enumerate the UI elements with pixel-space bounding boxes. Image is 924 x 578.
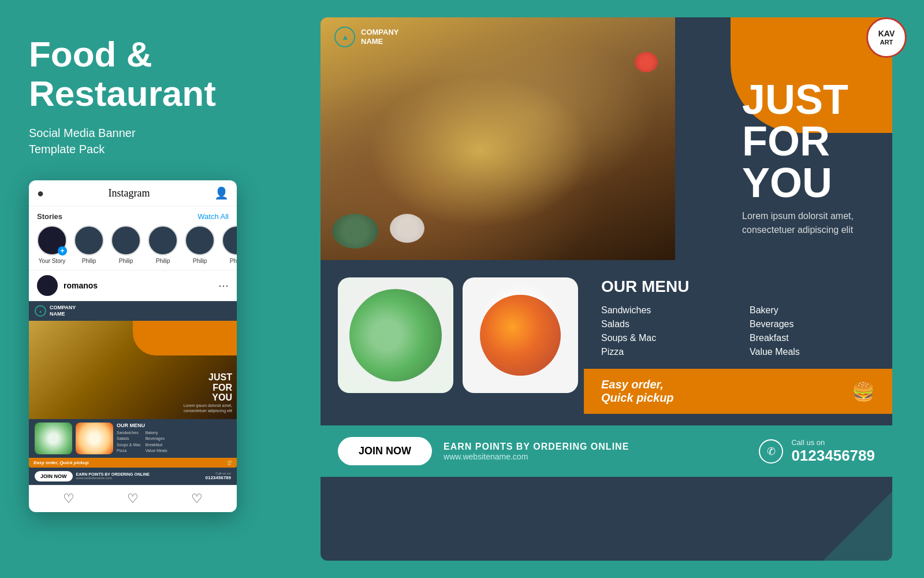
mini-earn-title: EARN POINTS BY ORDERING ONLINE: [76, 472, 202, 476]
story-name-3: Philip: [156, 258, 170, 264]
post-item: romanos ⋯: [29, 271, 237, 301]
kavart-logo: KAV ART: [866, 17, 907, 58]
mini-banner: ▴ COMPANY NAME JUSTFORYOU Lorem ipsum do…: [29, 301, 237, 485]
mini-phone-number: 0123456789: [206, 475, 232, 480]
mini-easy-order-text: Easy order, Quick pickup: [33, 460, 89, 465]
menu-item-value-meals: Value Meals: [750, 347, 875, 357]
story-item-3[interactable]: Philip: [148, 225, 178, 264]
menu-salad-image: [338, 277, 453, 393]
story-item-2[interactable]: Philip: [111, 225, 141, 264]
easy-order-strip: Easy order, Quick pickup 🍔: [584, 369, 892, 414]
story-circle-5: [222, 225, 237, 255]
mini-food-thumb-2: [76, 423, 113, 454]
post-avatar: [37, 275, 58, 296]
main-banner: ▴ COMPANY NAME JUST FOR YOU Lorem ipsum …: [321, 17, 892, 561]
mini-company-icon: ▴: [35, 305, 46, 317]
bookmark-icon[interactable]: ♡: [191, 491, 203, 506]
mini-menu-col1: SandwichesSaladsSoups & MacPizza: [117, 430, 141, 454]
earn-title: EARN POINTS BY ORDERING ONLINE: [444, 442, 747, 452]
our-menu-title: OUR MENU: [601, 277, 875, 296]
menu-section: OUR MENU Sandwiches Bakery Salads Bevera…: [321, 260, 892, 425]
heart-icon[interactable]: ♡: [63, 491, 74, 506]
mini-company-name: COMPANY NAME: [50, 305, 76, 317]
watch-all-link[interactable]: Watch All: [198, 212, 229, 221]
mini-banner-main: JUSTFORYOU Lorem ipsum dolorsit amet, co…: [29, 321, 237, 419]
kavart-inner: KAV ART: [878, 29, 895, 45]
left-panel: Food & Restaurant Social Media Banner Te…: [0, 0, 300, 578]
story-item-5[interactable]: Philip: [222, 225, 237, 264]
story-circle-2: [111, 225, 141, 255]
menu-item-bakery: Bakery: [750, 305, 875, 316]
tagline-subtitle: Lorem ipsum dolorsit amet, consectetuer …: [742, 209, 869, 237]
mini-banner-header: ▴ COMPANY NAME: [29, 301, 237, 321]
tagline-text: JUST FOR YOU: [742, 79, 869, 203]
mini-food-thumb-1: [35, 423, 72, 454]
mini-join-row: JOIN NOW EARN POINTS BY ORDERING ONLINE …: [29, 468, 237, 485]
story-name-4: Philip: [193, 258, 207, 264]
menu-text-section: OUR MENU Sandwiches Bakery Salads Bevera…: [590, 277, 875, 414]
stories-label: Stories: [37, 212, 62, 221]
kavart-kav: KAV: [878, 29, 895, 38]
story-item-yours[interactable]: Your Story: [37, 225, 67, 264]
easy-order-text: Easy order, Quick pickup: [601, 378, 674, 405]
menu-item-beverages: Beverages: [750, 319, 875, 329]
food-tomatoes: [635, 52, 658, 72]
food-bowl-guacamole: [332, 214, 378, 249]
main-title: Food & Restaurant: [29, 35, 271, 113]
call-us-label: Call us on: [791, 438, 875, 447]
call-text: Call us on 0123456789: [791, 438, 875, 465]
call-section: ✆ Call us on 0123456789: [759, 438, 875, 465]
mini-call-section: Call us on 0123456789: [206, 472, 232, 480]
menu-item-salads: Salads: [601, 319, 726, 329]
story-name-2: Philip: [119, 258, 133, 264]
bg-triangle-decoration: [823, 491, 892, 561]
your-story-label: Your Story: [39, 258, 65, 264]
banner-cta: JOIN NOW EARN POINTS BY ORDERING ONLINE …: [321, 425, 892, 477]
menu-bowl-image: [463, 277, 578, 393]
company-name: COMPANY NAME: [361, 28, 398, 46]
join-now-button[interactable]: JOIN NOW: [338, 437, 432, 465]
menu-item-pizza: Pizza: [601, 347, 726, 357]
story-item-1[interactable]: Philip: [74, 225, 104, 264]
stories-bar: Stories Watch All Your Story Philip Phil…: [29, 206, 237, 271]
instagram-logo: Instagram: [109, 187, 150, 199]
mini-lorem: Lorem ipsum dolorsit amet, consectetuer …: [174, 403, 232, 413]
phone-number: 0123456789: [791, 447, 875, 465]
ig-bottom-bar: ♡ ♡ ♡: [29, 485, 237, 512]
banner-tagline: JUST FOR YOU Lorem ipsum dolorsit amet, …: [742, 79, 869, 237]
company-logo: ▴: [334, 27, 355, 47]
kavart-art: ART: [878, 39, 895, 46]
comment-icon[interactable]: ♡: [127, 491, 139, 506]
stories-list: Your Story Philip Philip Philip Philip: [37, 225, 229, 264]
mini-earn-section: EARN POINTS BY ORDERING ONLINE www.websi…: [76, 472, 202, 480]
story-circle-3: [148, 225, 178, 255]
add-user-icon: 👤: [214, 186, 229, 200]
banner-top-section: ▴ COMPANY NAME JUST FOR YOU Lorem ipsum …: [321, 17, 892, 260]
your-story-circle: [37, 225, 67, 255]
mini-our-menu-title: OUR MENU: [117, 423, 231, 428]
camera-icon: ●: [37, 187, 44, 200]
mini-menu-col2: BakeryBeveragesBreakfastValue Meals: [146, 430, 167, 454]
story-name-1: Philip: [82, 258, 96, 264]
more-options-icon[interactable]: ⋯: [218, 279, 229, 292]
mini-earn-url: www.websitename.com: [76, 476, 202, 480]
story-circle-4: [185, 225, 215, 255]
phone-icon: ✆: [759, 439, 783, 464]
ig-header: ● Instagram 👤: [29, 180, 237, 206]
mini-menu-cols: SandwichesSaladsSoups & MacPizza BakeryB…: [117, 430, 231, 454]
menu-item-soups: Soups & Mac: [601, 333, 726, 343]
banner-header: ▴ COMPANY NAME: [334, 27, 398, 47]
menu-items-grid: Sandwiches Bakery Salads Beverages Soups…: [601, 305, 875, 357]
story-item-4[interactable]: Philip: [185, 225, 215, 264]
mini-tagline-block: JUSTFORYOU Lorem ipsum dolorsit amet, co…: [174, 372, 232, 413]
earn-url: www.websitename.com: [444, 452, 747, 461]
mini-easy-order-strip: Easy order, Quick pickup 🍔: [29, 458, 237, 468]
mini-orange-corner: [133, 321, 237, 355]
story-name-5: Philip: [230, 258, 237, 264]
burger-icon: 🍔: [852, 380, 875, 402]
mini-banner-bottom: OUR MENU SandwichesSaladsSoups & MacPizz…: [29, 419, 237, 458]
mini-join-button[interactable]: JOIN NOW: [35, 471, 73, 481]
subtitle: Social Media Banner Template Pack: [29, 125, 271, 157]
menu-item-sandwiches: Sandwiches: [601, 305, 726, 316]
post-username: romanos: [64, 281, 213, 290]
